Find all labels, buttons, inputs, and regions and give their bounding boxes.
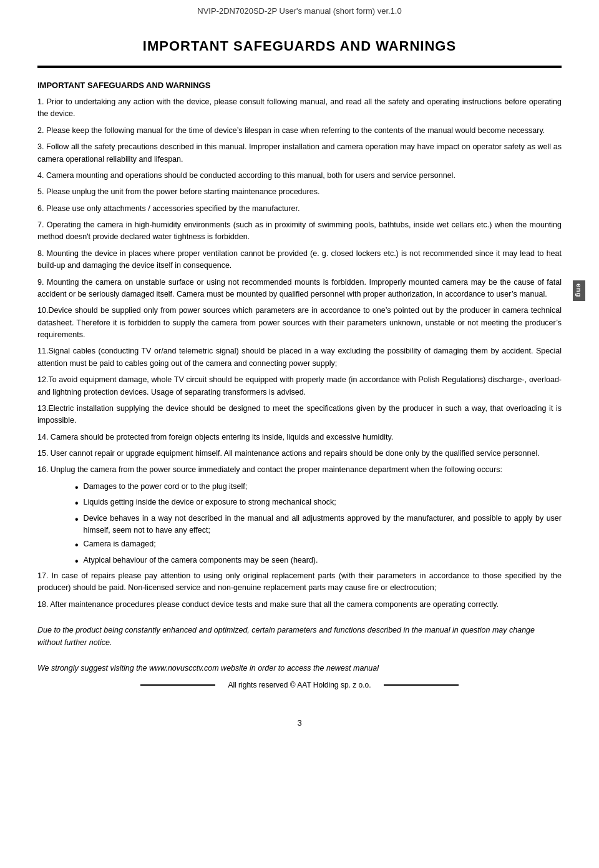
item-11: 11.Signal cables (conducting TV or/and t… <box>37 345 562 370</box>
item-4: 4. Camera mounting and operations should… <box>37 170 562 182</box>
item-12: 12.To avoid equipment damage, whole TV c… <box>37 374 562 398</box>
page-number: 3 <box>0 718 599 727</box>
footer-italic-1: Due to the product being constantly enha… <box>37 624 562 649</box>
bullet-item-1: • Damages to the power cord or to the pl… <box>75 481 562 495</box>
section-title: IMPORTANT SAFEGUARDS AND WARNINGS <box>37 81 562 90</box>
item-15: 15. User cannot repair or upgrade equipm… <box>37 448 562 460</box>
item-10: 10.Device should be supplied only from p… <box>37 305 562 341</box>
footer-copyright: All rights reserved © AAT Holding sp. z … <box>228 681 371 689</box>
item-13: 13.Electric installation supplying the d… <box>37 403 562 427</box>
thick-divider <box>37 66 562 68</box>
content-area: eng IMPORTANT SAFEGUARDS AND WARNINGS 1.… <box>37 81 562 611</box>
item-7: 7. Operating the camera in high-humidity… <box>37 219 562 244</box>
item-1: 1. Prior to undertaking any action with … <box>37 96 562 121</box>
eng-badge: eng <box>573 280 585 301</box>
footer-italic-2: We strongly suggest visiting the www.nov… <box>37 663 562 674</box>
item-3: 3. Follow all the safety precautions des… <box>37 141 562 165</box>
item-5: 5. Please unplug the unit from the power… <box>37 186 562 198</box>
bullet-item-4: • Camera is damaged; <box>75 538 562 552</box>
item-9: 9. Mounting the camera on unstable surfa… <box>37 277 562 301</box>
footer-line-right <box>384 684 459 686</box>
item-17: 17. In case of repairs please pay attent… <box>37 570 562 594</box>
item-14: 14. Camera should be protected from fore… <box>37 432 562 443</box>
bullet-item-5: • Atypical behaviour of the camera compo… <box>75 555 562 568</box>
item-6: 6. Please use only attachments / accesso… <box>37 203 562 215</box>
bullet-item-2: • Liquids getting inside the device or e… <box>75 496 562 510</box>
item-2: 2. Please keep the following manual for … <box>37 125 562 137</box>
footer-line-left <box>140 684 215 686</box>
item-8: 8. Mounting the device in places where p… <box>37 248 562 272</box>
page-header: NVIP-2DN7020SD-2P User's manual (short f… <box>0 0 599 19</box>
item-18: 18. After maintenance procedures please … <box>37 599 562 611</box>
header-title: NVIP-2DN7020SD-2P User's manual (short f… <box>197 6 401 16</box>
main-title: IMPORTANT SAFEGUARDS AND WARNINGS <box>37 38 562 54</box>
bullet-item-3: • Device behaves in a way not described … <box>75 513 562 537</box>
item-16: 16. Unplug the camera from the power sou… <box>37 464 562 476</box>
page-footer: All rights reserved © AAT Holding sp. z … <box>0 681 599 702</box>
